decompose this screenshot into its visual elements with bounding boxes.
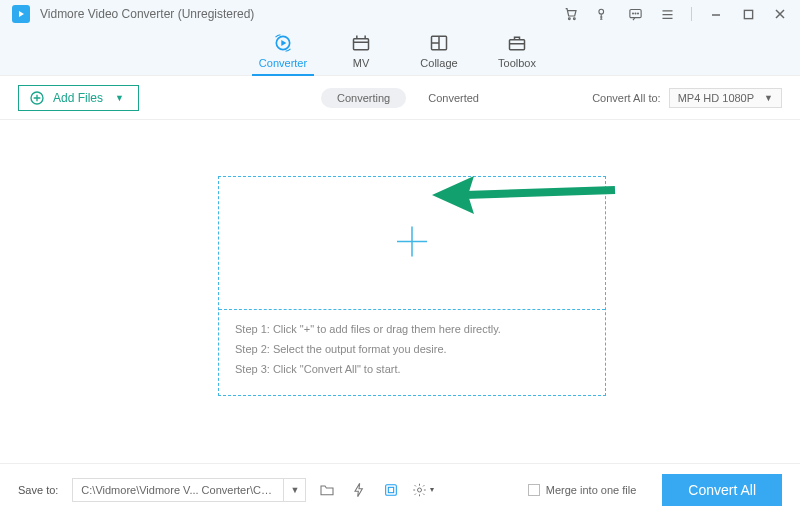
step2-text: Step 2: Select the output format you des… [235,339,589,359]
tab-toolbox[interactable]: Toolbox [478,33,556,75]
content-area: Step 1: Click "+" to add files or drag t… [0,120,800,463]
merge-label: Merge into one file [546,484,637,496]
toolbar: Add Files ▼ Converting Converted Convert… [0,76,800,120]
svg-rect-12 [354,39,369,50]
step1-text: Step 1: Click "+" to add files or drag t… [235,319,589,339]
svg-point-7 [635,13,636,14]
app-logo-icon [12,5,30,23]
drop-divider [219,309,605,310]
annotation-arrow-icon [430,170,620,223]
svg-point-4 [599,9,604,14]
main-tabs: Converter MV Collage Toolbox [0,28,800,76]
close-button[interactable] [772,6,788,22]
tab-collage[interactable]: Collage [400,33,478,75]
chevron-down-icon: ▼ [115,93,124,103]
cart-icon[interactable] [563,6,579,22]
toolbox-icon [478,33,556,53]
tab-label: MV [322,57,400,69]
svg-marker-16 [432,176,474,214]
add-file-plus-icon[interactable] [394,224,430,263]
open-folder-icon[interactable] [316,479,338,501]
checkbox-box [528,484,540,496]
svg-rect-14 [510,40,525,50]
add-files-label: Add Files [53,91,103,105]
svg-marker-11 [281,40,286,46]
feedback-icon[interactable] [627,6,643,22]
add-files-button[interactable]: Add Files ▼ [18,85,139,111]
tab-label: Toolbox [478,57,556,69]
save-path-value: C:\Vidmore\Vidmore V... Converter\Conver… [73,484,283,496]
settings-gear-icon[interactable]: ▾ [412,479,434,501]
svg-point-3 [573,18,575,20]
svg-rect-17 [386,484,397,495]
mv-icon [322,33,400,53]
instructions: Step 1: Click "+" to add files or drag t… [235,319,589,379]
step3-text: Step 3: Click "Convert All" to start. [235,359,589,379]
svg-point-8 [637,13,638,14]
tab-mv[interactable]: MV [322,33,400,75]
tab-converter[interactable]: Converter [244,33,322,75]
merge-checkbox[interactable]: Merge into one file [528,484,637,496]
chevron-down-icon: ▼ [764,93,773,103]
convert-all-to-label: Convert All to: [592,92,660,104]
title-actions [563,6,788,22]
window-title: Vidmore Video Converter (Unregistered) [40,7,254,21]
svg-rect-18 [389,487,394,492]
maximize-button[interactable] [740,6,756,22]
tab-label: Collage [400,57,478,69]
tab-label: Converter [244,57,322,69]
svg-point-6 [632,13,633,14]
gpu-accel-icon[interactable] [380,479,402,501]
mode-switch: Converting Converted [321,88,479,108]
plus-circle-icon [29,90,45,106]
collage-icon [400,33,478,53]
hw-accel-off-icon[interactable] [348,479,370,501]
title-bar: Vidmore Video Converter (Unregistered) [0,0,800,28]
save-path-select[interactable]: C:\Vidmore\Vidmore V... Converter\Conver… [72,478,306,502]
svg-point-2 [568,18,570,20]
chevron-down-icon: ▾ [430,485,434,494]
chevron-down-icon: ▼ [283,479,305,501]
svg-rect-9 [744,10,752,18]
separator [691,7,692,21]
converter-icon [244,33,322,53]
convert-all-to-group: Convert All to: MP4 HD 1080P ▼ [592,88,782,108]
mode-converted[interactable]: Converted [428,92,479,104]
minimize-button[interactable] [708,6,724,22]
convert-all-button[interactable]: Convert All [662,474,782,506]
svg-point-19 [418,488,422,492]
menu-icon[interactable] [659,6,675,22]
bottom-bar: Save to: C:\Vidmore\Vidmore V... Convert… [0,463,800,515]
key-icon[interactable] [595,6,611,22]
output-format-value: MP4 HD 1080P [678,92,754,104]
mode-converting[interactable]: Converting [321,88,406,108]
output-format-select[interactable]: MP4 HD 1080P ▼ [669,88,782,108]
save-to-label: Save to: [18,484,58,496]
